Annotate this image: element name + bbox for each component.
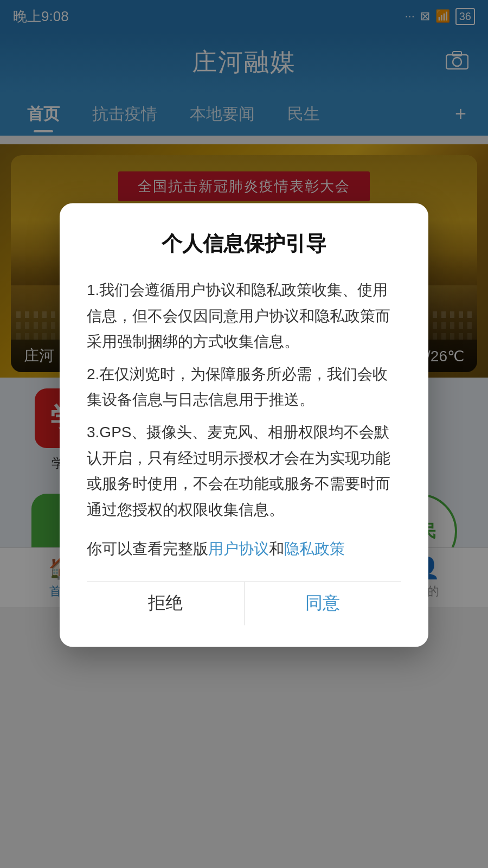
- modal-buttons: 拒绝 同意: [87, 582, 401, 626]
- modal-item-1: 1.我们会遵循用户协议和隐私政策收集、使用信息，但不会仅因同意用户协议和隐私政策…: [87, 277, 401, 355]
- modal-title: 个人信息保护引导: [87, 230, 401, 258]
- privacy-modal: 个人信息保护引导 1.我们会遵循用户协议和隐私政策收集、使用信息，但不会仅因同意…: [60, 203, 428, 647]
- reject-button[interactable]: 拒绝: [87, 582, 245, 626]
- link-prefix: 你可以查看完整版: [87, 541, 208, 558]
- user-agreement-link[interactable]: 用户协议: [208, 541, 269, 558]
- modal-body: 1.我们会遵循用户协议和隐私政策收集、使用信息，但不会仅因同意用户协议和隐私政策…: [87, 277, 401, 522]
- modal-link-row: 你可以查看完整版用户协议和隐私政策: [87, 539, 401, 560]
- agree-button[interactable]: 同意: [245, 582, 402, 626]
- link-and: 和: [269, 541, 284, 558]
- modal-item-3: 3.GPS、摄像头、麦克风、相册权限均不会默认开启，只有经过明示授权才会在为实现…: [87, 419, 401, 522]
- modal-item-2: 2.在仅浏览时，为保障服务所必需，我们会收集设备信息与日志信息用于推送。: [87, 361, 401, 413]
- privacy-policy-link[interactable]: 隐私政策: [284, 541, 345, 558]
